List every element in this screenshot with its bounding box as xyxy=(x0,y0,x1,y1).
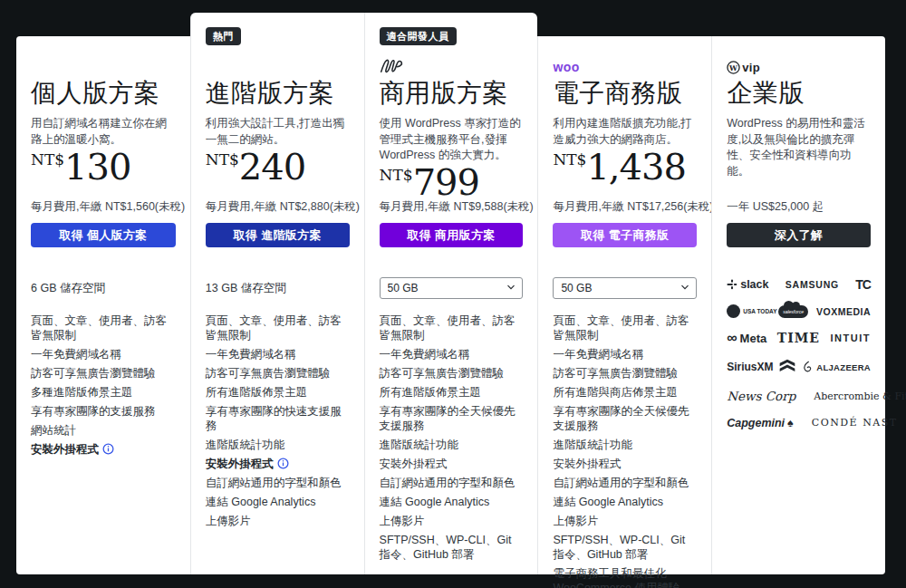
intuit-logo: INTUIT xyxy=(831,333,871,343)
aljazeera-logo: ALJAZEERA xyxy=(802,361,871,373)
info-icon[interactable] xyxy=(277,458,289,469)
get-business-plan-button[interactable]: 取得 商用版方案 xyxy=(380,223,524,247)
feature-item: 安裝外掛程式 xyxy=(380,457,524,471)
plan-description: 使用 WordPress 專家打造的管理式主機服務平台,發揮 WordPress… xyxy=(380,116,524,164)
currency-label: NT$ xyxy=(380,168,413,183)
plan-title: 企業版 xyxy=(727,80,871,107)
feature-item: 一年免費網域名稱 xyxy=(206,347,350,361)
feature-item: 電子商務工具和最佳化 WooCommerce 使用體驗 xyxy=(553,566,697,588)
feature-item: 連結 Google Analytics xyxy=(206,495,350,509)
chevron-logo xyxy=(777,358,797,376)
get-premium-plan-button[interactable]: 取得 進階版方案 xyxy=(206,223,350,247)
feature-item: 自訂網站通用的字型和顏色 xyxy=(206,476,350,490)
feature-item: 訪客可享無廣告瀏覽體驗 xyxy=(553,366,697,381)
feature-item: 連結 Google Analytics xyxy=(553,495,697,509)
billing-term: 每月費用,年繳 NT$9,588(未稅) xyxy=(380,199,524,216)
plan-card-personal: 個人版方案 用自訂網域名稱建立你在網路上的溫暖小窩。 NT$ 130 每月費用,… xyxy=(16,36,190,574)
price-amount: 240 xyxy=(239,150,305,183)
feature-item: 上傳影片 xyxy=(206,514,350,528)
plan-title: 進階版方案 xyxy=(206,80,350,107)
feature-item: 享有專家團隊的全天候優先支援服務 xyxy=(553,404,697,433)
plan-description: 用自訂網域名稱建立你在網路上的溫暖小窩。 xyxy=(31,116,176,149)
learn-more-button[interactable]: 深入了解 xyxy=(727,223,871,247)
capgemini-logo: Capgemini♠ xyxy=(727,417,794,429)
pricing-note: 一年 US$25,000 起 xyxy=(727,199,871,216)
price-amount: 1,438 xyxy=(586,150,686,183)
plan-price: NT$ 240 xyxy=(206,150,350,183)
plan-logo-slot xyxy=(380,45,524,80)
capgemini-spade-icon: ♠ xyxy=(787,417,794,429)
plan-card-enterprise: W vip 企業版 WordPress 的易用性和靈活度,以及無與倫比的擴充彈性… xyxy=(711,36,885,574)
developers-badge: 適合開發人員 xyxy=(380,27,457,45)
plan-card-ecommerce: woo 電子商務版 利用內建進階版擴充功能,打造威力強大的網路商店。 NT$ 1… xyxy=(537,36,711,574)
get-personal-plan-button[interactable]: 取得 個人版方案 xyxy=(31,223,176,247)
voxmedia-logo: VOXMEDIA xyxy=(816,306,871,317)
popular-badge: 熱門 xyxy=(206,27,241,45)
feature-item: 進階版統計功能 xyxy=(206,438,350,452)
feature-item: 訪客可享無廣告瀏覽體驗 xyxy=(380,366,524,381)
feature-item: 一年免費網域名稱 xyxy=(553,347,697,361)
billing-term: 每月費用,年繳 NT$1,560(未稅) xyxy=(31,199,176,216)
feature-item: 安裝外掛程式 xyxy=(553,457,697,471)
feature-item: 頁面、文章、使用者、訪客皆無限制 xyxy=(31,313,176,342)
currency-label: NT$ xyxy=(553,152,586,168)
storage-select[interactable]: 50 GB xyxy=(553,277,697,299)
plan-title: 商用版方案 xyxy=(380,80,524,107)
feature-item: 進階版統計功能 xyxy=(553,438,697,452)
plan-title: 電子商務版 xyxy=(553,80,697,107)
feature-item: SFTP/SSH、WP-CLI、Git 指令、GitHub 部署 xyxy=(380,533,524,562)
feature-item: 網站統計 xyxy=(31,423,176,438)
currency-label: NT$ xyxy=(31,152,64,168)
feature-item: 多種進階版佈景主題 xyxy=(31,385,176,400)
feature-item: 上傳影片 xyxy=(380,514,524,528)
plan-logo-slot xyxy=(206,45,350,80)
info-icon[interactable] xyxy=(102,443,114,455)
feature-item-plugins: 安裝外掛程式 xyxy=(206,457,350,471)
plan-card-business: 適合開發人員 商用版方案 使用 WordPress 專家打造的管理式主機服務平台… xyxy=(364,13,538,574)
feature-item: 一年免費網域名稱 xyxy=(380,347,524,361)
meta-logo: ∞Meta xyxy=(727,332,766,345)
billing-term: 每月費用,年繳 NT$17,256(未稅) xyxy=(553,199,697,216)
price-amount: 130 xyxy=(64,150,130,183)
feature-item-plugins: 安裝外掛程式 xyxy=(31,442,176,457)
storage-label: 6 GB 儲存空間 xyxy=(31,281,105,296)
feature-item: 頁面、文章、使用者、訪客皆無限制 xyxy=(553,313,697,342)
plan-description: 利用強大設計工具,打造出獨一無二的網站。 xyxy=(206,116,350,149)
storage-select[interactable]: 50 GB xyxy=(380,277,524,299)
siriusxm-logo: SiriusXM xyxy=(727,361,773,373)
woo-logo: woo xyxy=(553,60,580,74)
currency-label: NT$ xyxy=(206,152,239,168)
news-corp-logo: News Corp xyxy=(727,389,795,403)
pricing-plans-grid: 個人版方案 用自訂網域名稱建立你在網路上的溫暖小窩。 NT$ 130 每月費用,… xyxy=(16,36,885,574)
feature-item: 自訂網站通用的字型和顏色 xyxy=(553,476,697,490)
enterprise-customer-logos: slack SAMSUNG TC USA TODAY salesforce VO… xyxy=(727,277,871,429)
storage-label: 13 GB 儲存空間 xyxy=(206,281,286,296)
feature-item: 享有專家團隊的全天候優先支援服務 xyxy=(380,404,524,433)
feature-item: 所有進階與商店佈景主題 xyxy=(553,385,697,400)
feature-item: 訪客可享無廣告瀏覽體驗 xyxy=(206,366,350,381)
feature-item: 一年免費網域名稱 xyxy=(31,347,176,361)
wp-squiggle-logo xyxy=(380,58,405,74)
get-ecommerce-plan-button[interactable]: 取得 電子商務版 xyxy=(553,223,697,247)
conde-nast-logo: CONDÉ NAST xyxy=(812,417,898,429)
samsung-logo: SAMSUNG xyxy=(786,279,839,290)
billing-term: 每月費用,年繳 NT$2,880(未稅) xyxy=(206,199,350,216)
feature-item: 進階版統計功能 xyxy=(380,438,524,452)
wpvip-logo: W vip xyxy=(727,61,760,74)
abercrombie-fitch-logo: Abercrombie & Fitch xyxy=(814,390,906,402)
feature-item: 連結 Google Analytics xyxy=(380,495,524,509)
feature-item: 訪客可享無廣告瀏覽體驗 xyxy=(31,366,176,381)
plan-price: NT$ 799 xyxy=(380,166,524,198)
plan-price: NT$ 130 xyxy=(31,150,176,183)
feature-item: 享有專家團隊的支援服務 xyxy=(31,404,176,419)
plan-logo-slot: woo xyxy=(553,49,697,80)
slack-logo: slack xyxy=(727,278,768,291)
salesforce-logo: salesforce xyxy=(778,305,808,318)
time-logo: TIME xyxy=(777,331,820,345)
svg-text:W: W xyxy=(728,64,738,72)
feature-item: 自訂網站通用的字型和顏色 xyxy=(380,476,524,490)
feature-item: 頁面、文章、使用者、訪客皆無限制 xyxy=(206,313,350,342)
plan-description: WordPress 的易用性和靈活度,以及無與倫比的擴充彈性、安全性和資料導向功… xyxy=(727,116,871,179)
feature-item: 頁面、文章、使用者、訪客皆無限制 xyxy=(380,313,524,342)
feature-item: 所有進階版佈景主題 xyxy=(380,385,524,400)
